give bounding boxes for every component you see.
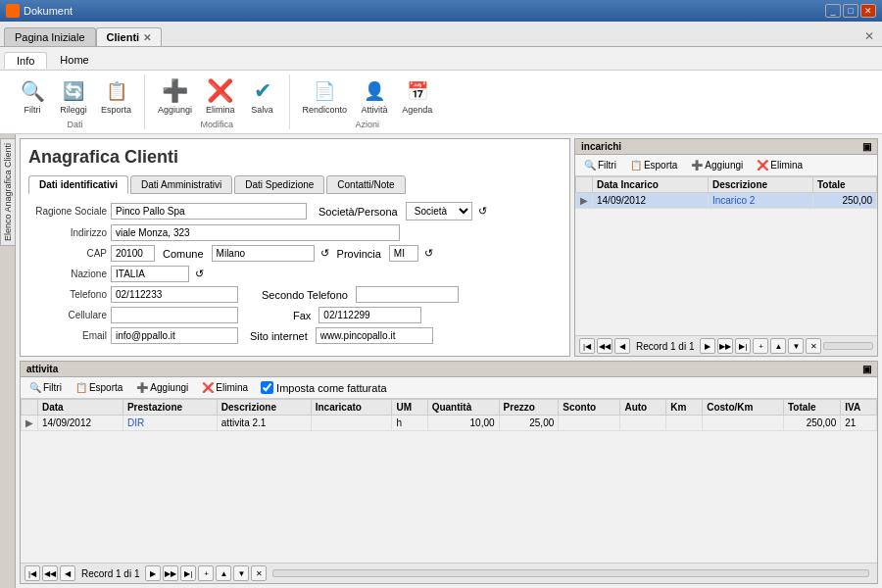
maximize-button[interactable]: □	[843, 4, 858, 18]
attivita-aggiungi-button[interactable]: ➕ Aggiungi	[131, 380, 193, 395]
provincia-input[interactable]	[389, 245, 418, 262]
tab-dati-amministrativi[interactable]: Dati Amministrativi	[130, 175, 232, 194]
tab-clienti-close[interactable]: ✕	[143, 32, 151, 43]
attivita-col-costo-km: Costo/Km	[703, 400, 784, 416]
secondo-telefono-input[interactable]	[356, 286, 459, 303]
attivita-nav-first[interactable]: |◀	[24, 565, 40, 581]
comune-input[interactable]	[212, 245, 315, 262]
dati-buttons: 🔍 Filtri 🔄 Rileggi 📋 Esporta	[14, 74, 136, 118]
attivita-auto-cell	[620, 416, 666, 431]
rendiconto-button[interactable]: 📄 Rendiconto	[298, 74, 353, 118]
incarichi-nav-next-page[interactable]: ▶▶	[717, 338, 733, 354]
indirizzo-input[interactable]	[111, 224, 400, 241]
attivita-nav-prev[interactable]: ◀	[60, 565, 75, 581]
incarichi-nav-prev-page[interactable]: ◀◀	[597, 338, 612, 354]
incarichi-nav-delete[interactable]: ✕	[806, 338, 821, 354]
incarichi-esporta-button[interactable]: 📋 Esporta	[625, 158, 682, 172]
incarichi-nav-first[interactable]: |◀	[579, 338, 595, 354]
attivita-prestazione-cell: DIR	[122, 416, 217, 431]
attivita-incaricato-cell	[311, 416, 392, 431]
attivita-nav-next[interactable]: ▶	[145, 565, 161, 581]
attivita-nav-delete[interactable]: ✕	[251, 565, 267, 581]
agenda-button[interactable]: 📅 Agenda	[397, 74, 437, 118]
salva-icon: ✔	[249, 77, 276, 105]
telefono-input[interactable]	[111, 286, 238, 303]
attivita-nav-next-page[interactable]: ▶▶	[163, 565, 178, 581]
cap-input[interactable]	[111, 245, 155, 262]
attivita-esporta-button[interactable]: 📋 Esporta	[71, 380, 127, 395]
incarichi-nav-add[interactable]: +	[753, 338, 768, 354]
incarichi-row-indicator: ▶	[576, 193, 593, 209]
agenda-icon: 📅	[404, 77, 431, 105]
sito-internet-input[interactable]	[316, 327, 433, 344]
aggiungi-button[interactable]: ➕ Aggiungi	[153, 74, 197, 118]
incarichi-row[interactable]: ▶ 14/09/2012 Incarico 2 250,00	[576, 193, 877, 209]
ribbon-tab-home[interactable]: Home	[47, 51, 101, 68]
incarichi-nav-down[interactable]: ▼	[788, 338, 804, 354]
agenda-label: Agenda	[402, 105, 432, 115]
ribbon-tab-info[interactable]: Info	[4, 52, 47, 69]
upper-section: Anagrafica Clienti Dati identificativi D…	[20, 138, 878, 357]
incarichi-col-header-empty	[576, 177, 593, 193]
incarichi-nav-last[interactable]: ▶|	[735, 338, 751, 354]
ragione-sociale-label: Ragione Sociale	[28, 206, 107, 217]
attivita-nav-add[interactable]: +	[198, 565, 214, 581]
attivita-col-um: UM	[392, 400, 427, 416]
incarichi-filtri-button[interactable]: 🔍 Filtri	[579, 158, 621, 172]
nazione-input[interactable]	[111, 266, 189, 282]
incarichi-elimina-button[interactable]: ❌ Elimina	[752, 158, 808, 172]
tab-contatti-note[interactable]: Contatti/Note	[326, 175, 405, 194]
rileggi-button[interactable]: 🔄 Rileggi	[55, 74, 92, 118]
incarichi-esporta-icon: 📋	[630, 160, 642, 171]
attivita-toolbar-label: Attività	[362, 105, 388, 115]
attivita-data-cell: 14/09/2012	[38, 416, 123, 431]
incarichi-col-descrizione: Descrizione	[708, 177, 812, 193]
tab-dati-identificativi[interactable]: Dati identificativi	[28, 175, 128, 194]
azioni-group-label: Azioni	[356, 120, 380, 129]
window-close-x[interactable]: ✕	[864, 29, 874, 43]
salva-button[interactable]: ✔ Salva	[244, 74, 281, 118]
attivita-nav-up[interactable]: ▲	[216, 565, 231, 581]
nazione-refresh-icon: ↺	[195, 268, 204, 280]
attivita-nav-last[interactable]: ▶|	[180, 565, 196, 581]
incarichi-scrollbar[interactable]	[823, 342, 873, 350]
main-content: Anagrafica Clienti Dati identificativi D…	[16, 134, 882, 588]
incarichi-aggiungi-button[interactable]: ➕ Aggiungi	[686, 158, 748, 172]
attivita-elimina-button[interactable]: ❌ Elimina	[197, 380, 253, 395]
attivita-filtri-button[interactable]: 🔍 Filtri	[24, 380, 67, 395]
cellulare-input[interactable]	[111, 307, 238, 323]
incarichi-nav-prev[interactable]: ◀	[614, 338, 630, 354]
incarichi-nav-up[interactable]: ▲	[770, 338, 786, 354]
incarichi-nav-next[interactable]: ▶	[700, 338, 715, 354]
tab-bar: Pagina Iniziale Clienti ✕ ✕	[0, 22, 882, 47]
tab-dati-spedizione[interactable]: Dati Spedizione	[234, 175, 324, 194]
tab-pagina-iniziale[interactable]: Pagina Iniziale	[4, 27, 96, 46]
minimize-button[interactable]: _	[825, 4, 841, 18]
close-button[interactable]: ✕	[860, 4, 876, 18]
attivita-aggiungi-icon: ➕	[136, 382, 148, 393]
window-controls: _ □ ✕	[825, 4, 876, 18]
attivita-km-cell	[666, 416, 703, 431]
attivita-collapse-icon[interactable]: ▣	[862, 364, 871, 374]
attivita-imposta-checkbox[interactable]	[261, 381, 273, 394]
fax-input[interactable]	[318, 307, 421, 323]
attivita-nav-prev-page[interactable]: ◀◀	[42, 565, 58, 581]
esporta-button[interactable]: 📋 Esporta	[96, 74, 136, 118]
attivita-toolbar-button[interactable]: 👤 Attività	[356, 74, 393, 118]
attivita-section: attivita ▣ 🔍 Filtri 📋 Esporta ➕ Aggiungi	[20, 361, 878, 584]
incarichi-collapse-icon[interactable]: ▣	[862, 141, 871, 152]
elimina-button[interactable]: ❌ Elimina	[201, 74, 240, 118]
email-input[interactable]	[111, 327, 238, 344]
modifica-buttons: ➕ Aggiungi ❌ Elimina ✔ Salva	[153, 74, 281, 118]
filtri-button[interactable]: 🔍 Filtri	[14, 74, 51, 118]
sidebar-tab[interactable]: Elenco Anagrafica Clienti	[0, 138, 16, 246]
attivita-nav-down[interactable]: ▼	[233, 565, 249, 581]
ragione-sociale-input[interactable]	[111, 203, 307, 220]
aggiungi-label: Aggiungi	[158, 105, 192, 115]
societa-persona-select[interactable]: Società Persona	[406, 202, 472, 220]
attivita-scrollbar-h[interactable]	[272, 569, 869, 577]
attivita-col-incaricato: Incaricato	[311, 400, 392, 416]
incarichi-col-data: Data Incarico	[593, 177, 709, 193]
attivita-row[interactable]: ▶ 14/09/2012 DIR attivita 2.1 h 10,00 25…	[22, 416, 877, 431]
tab-clienti[interactable]: Clienti ✕	[96, 27, 163, 46]
